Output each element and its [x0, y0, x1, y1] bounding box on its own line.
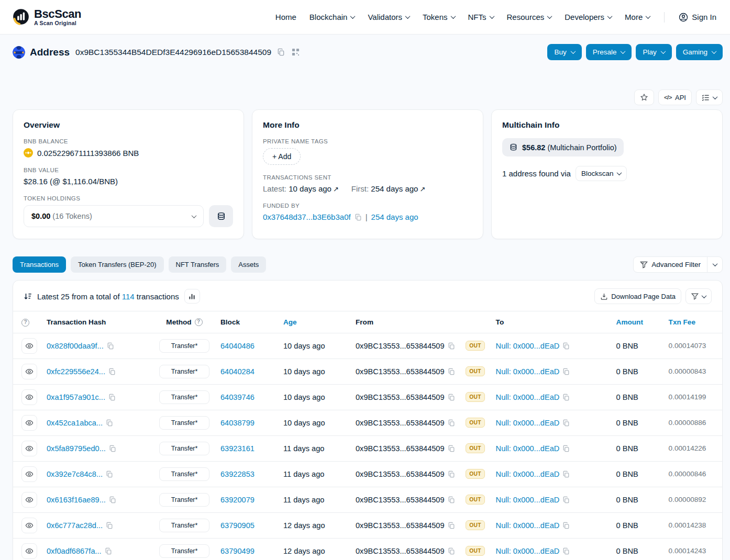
method-badge[interactable]: Transfer*	[159, 493, 209, 507]
block-link[interactable]: 63923161	[220, 444, 255, 453]
view-transaction-button[interactable]	[21, 492, 37, 508]
copy-from-button[interactable]	[448, 522, 455, 529]
column-filter-button[interactable]	[685, 288, 712, 304]
qr-code-button[interactable]	[291, 47, 301, 57]
bscscan-logo[interactable]: BscScan A Scan Original	[13, 8, 81, 26]
presale-button[interactable]: Presale	[586, 44, 632, 60]
view-options-button[interactable]	[696, 89, 723, 105]
first-transaction-link[interactable]: 254 days ago↗	[371, 184, 425, 193]
to-address-link[interactable]: Null: 0x000...dEaD	[496, 393, 560, 401]
nav-item-more[interactable]: More	[625, 13, 650, 21]
nav-item-validators[interactable]: Validators	[368, 13, 410, 21]
transaction-hash-link[interactable]: 0xfc229556e24...	[47, 367, 105, 376]
play-button[interactable]: Play	[636, 44, 671, 60]
blockscan-dropdown[interactable]: Blockscan	[576, 166, 627, 181]
copy-hash-button[interactable]	[106, 419, 113, 427]
copy-to-button[interactable]	[562, 496, 570, 503]
method-badge[interactable]: Transfer*	[159, 390, 209, 404]
tab-nft-transfers[interactable]: NFT Transfers	[169, 256, 227, 273]
copy-address-button[interactable]	[276, 47, 286, 57]
view-transaction-button[interactable]	[21, 338, 37, 354]
method-badge[interactable]: Transfer*	[159, 519, 209, 532]
block-link[interactable]: 64040284	[220, 367, 255, 376]
copy-to-button[interactable]	[562, 394, 570, 401]
block-link[interactable]: 63920079	[220, 496, 255, 504]
nav-item-resources[interactable]: Resources	[507, 13, 552, 21]
to-address-link[interactable]: Null: 0x000...dEaD	[496, 342, 560, 350]
copy-to-button[interactable]	[562, 522, 570, 529]
token-holdings-dropdown[interactable]: $0.00 (16 Tokens)	[24, 205, 204, 227]
from-address[interactable]: 0x9BC13553...653844509	[356, 444, 445, 453]
help-icon[interactable]: ?	[21, 319, 29, 327]
download-page-data-button[interactable]: Download Page Data	[594, 288, 681, 304]
copy-hash-button[interactable]	[106, 522, 113, 529]
view-transaction-button[interactable]	[21, 364, 37, 379]
transaction-hash-link[interactable]: 0x6163f16ae89...	[47, 496, 106, 504]
copy-hash-button[interactable]	[109, 445, 116, 452]
api-button[interactable]: </> API	[658, 89, 692, 105]
advanced-filter-dropdown[interactable]	[707, 257, 722, 272]
transaction-count-link[interactable]: 114	[122, 292, 135, 301]
copy-hash-button[interactable]	[108, 394, 116, 401]
to-address-link[interactable]: Null: 0x000...dEaD	[496, 521, 560, 530]
column-age[interactable]: Age	[279, 311, 351, 333]
multichain-portfolio-button[interactable]: $56.82 (Multichain Portfolio)	[502, 138, 624, 156]
copy-from-button[interactable]	[448, 547, 455, 555]
funded-age-link[interactable]: 254 days ago	[371, 212, 418, 221]
copy-from-button[interactable]	[448, 496, 455, 503]
buy-button[interactable]: Buy	[547, 44, 581, 60]
column-amount[interactable]: Amount	[612, 311, 665, 333]
nav-item-developers[interactable]: Developers	[565, 13, 612, 21]
copy-to-button[interactable]	[562, 368, 570, 375]
transaction-hash-link[interactable]: 0x392e7c84c8...	[47, 470, 103, 478]
help-icon[interactable]: ?	[195, 318, 203, 326]
transaction-hash-link[interactable]: 0x828f00daa9f...	[47, 342, 104, 350]
method-badge[interactable]: Transfer*	[159, 544, 209, 558]
copy-to-button[interactable]	[562, 445, 570, 452]
copy-to-button[interactable]	[562, 342, 570, 350]
block-link[interactable]: 64039746	[220, 393, 255, 401]
sort-icon[interactable]	[24, 292, 32, 300]
from-address[interactable]: 0x9BC13553...653844509	[356, 367, 445, 376]
transaction-hash-link[interactable]: 0xf0adf6867fa...	[47, 547, 102, 555]
nav-item-blockchain[interactable]: Blockchain	[309, 13, 355, 21]
from-address[interactable]: 0x9BC13553...653844509	[356, 470, 445, 478]
block-link[interactable]: 63790499	[220, 547, 255, 555]
copy-to-button[interactable]	[562, 471, 570, 478]
latest-transaction-link[interactable]: 10 days ago↗	[289, 184, 339, 193]
to-address-link[interactable]: Null: 0x000...dEaD	[496, 444, 560, 453]
transaction-hash-link[interactable]: 0x5fa89795ed0...	[47, 444, 106, 453]
copy-from-button[interactable]	[448, 419, 455, 427]
nav-item-tokens[interactable]: Tokens	[423, 13, 455, 21]
copy-from-button[interactable]	[448, 368, 455, 375]
nav-item-home[interactable]: Home	[275, 13, 296, 21]
copy-to-button[interactable]	[562, 419, 570, 427]
view-transaction-button[interactable]	[21, 518, 37, 533]
method-badge[interactable]: Transfer*	[159, 365, 209, 378]
tab-assets[interactable]: Assets	[231, 256, 266, 273]
to-address-link[interactable]: Null: 0x000...dEaD	[496, 470, 560, 478]
block-link[interactable]: 63922853	[220, 470, 255, 478]
tab-transactions[interactable]: Transactions	[13, 256, 66, 273]
chart-view-button[interactable]	[184, 289, 200, 304]
from-address[interactable]: 0x9BC13553...653844509	[356, 547, 445, 555]
view-transaction-button[interactable]	[21, 543, 37, 559]
favorite-button[interactable]	[634, 89, 654, 105]
from-address[interactable]: 0x9BC13553...653844509	[356, 342, 445, 350]
transaction-hash-link[interactable]: 0x452ca1abca...	[47, 419, 103, 427]
copy-from-button[interactable]	[448, 445, 455, 452]
block-link[interactable]: 64038799	[220, 419, 255, 427]
transaction-hash-link[interactable]: 0x6c777ac28d...	[47, 521, 103, 530]
method-badge[interactable]: Transfer*	[159, 416, 209, 430]
method-badge[interactable]: Transfer*	[159, 339, 209, 353]
from-address[interactable]: 0x9BC13553...653844509	[356, 393, 445, 401]
view-transaction-button[interactable]	[21, 466, 37, 482]
from-address[interactable]: 0x9BC13553...653844509	[356, 419, 445, 427]
to-address-link[interactable]: Null: 0x000...dEaD	[496, 419, 560, 427]
tab-token-transfers[interactable]: Token Transfers (BEP-20)	[71, 256, 164, 273]
copy-funder-button[interactable]	[355, 214, 362, 221]
advanced-filter-button[interactable]: Advanced Filter	[634, 257, 707, 272]
copy-to-button[interactable]	[562, 547, 570, 555]
method-badge[interactable]: Transfer*	[159, 467, 209, 481]
block-link[interactable]: 63790905	[220, 521, 255, 530]
